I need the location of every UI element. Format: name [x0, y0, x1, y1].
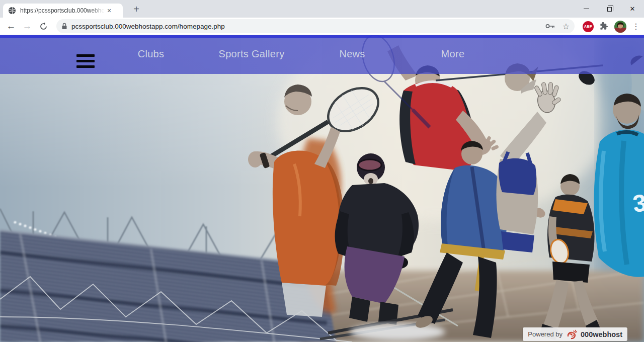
nav-item-sports-gallery[interactable]: Sports Gallery	[219, 48, 285, 60]
window-close-button[interactable]: ✕	[621, 0, 644, 18]
hamburger-menu-button[interactable]	[76, 54, 95, 68]
browser-tab[interactable]: https://pcssportsclub.000webhos ✕	[3, 4, 123, 18]
restore-icon	[607, 7, 612, 12]
window-minimize-button[interactable]	[575, 0, 598, 18]
browser-toolbar: ← → pcssportsclub.000webhostapp.com/home…	[0, 18, 644, 35]
new-tab-button[interactable]: +	[130, 3, 143, 16]
profile-avatar[interactable]	[614, 21, 626, 33]
url-text: pcssportsclub.000webhostapp.com/homepage…	[71, 23, 545, 30]
nav-item-news[interactable]: News	[339, 48, 365, 60]
nav-item-more[interactable]: More	[441, 48, 465, 60]
hamburger-bar	[76, 54, 95, 57]
back-button[interactable]: ←	[3, 19, 19, 34]
reload-icon	[39, 22, 48, 31]
menu-kebab-icon[interactable]: ⋮	[632, 22, 640, 31]
minimize-icon	[584, 9, 589, 9]
browser-window: https://pcssportsclub.000webhos ✕ + ✕ ← …	[0, 0, 644, 342]
powered-by-text: Powered by	[528, 330, 562, 338]
webhost-brand-text: 000webhost	[581, 330, 622, 338]
globe-favicon-icon	[8, 7, 16, 15]
site-viewport: 3 Clubs Sports Gallery News More Powered…	[0, 35, 644, 342]
forward-button[interactable]: →	[19, 19, 35, 34]
site-header: Clubs Sports Gallery News More	[0, 35, 644, 74]
address-bar[interactable]: pcssportsclub.000webhostapp.com/homepage…	[56, 19, 575, 33]
extensions-puzzle-icon[interactable]	[599, 22, 609, 31]
window-restore-button[interactable]	[598, 0, 621, 18]
powered-by-badge[interactable]: Powered by 000webhost	[523, 327, 627, 341]
avatar-photo	[614, 21, 626, 33]
hamburger-bar	[76, 60, 95, 62]
tab-close-button[interactable]: ✕	[105, 6, 114, 15]
lock-icon[interactable]	[61, 23, 67, 30]
hamburger-bar	[76, 65, 95, 68]
bookmark-star-icon[interactable]: ☆	[562, 22, 570, 31]
nav-item-clubs[interactable]: Clubs	[138, 48, 165, 60]
tab-title: https://pcssportsclub.000webhos	[20, 7, 105, 14]
extensions-area: ABP ⋮	[583, 18, 640, 35]
hero-image: 3	[0, 35, 644, 342]
abp-extension-icon[interactable]: ABP	[583, 21, 594, 32]
tab-strip: https://pcssportsclub.000webhos ✕ + ✕	[0, 0, 644, 18]
password-key-icon[interactable]	[545, 23, 555, 29]
reload-button[interactable]	[35, 19, 51, 34]
webhost-logo-icon	[566, 329, 577, 339]
window-controls: ✕	[575, 0, 644, 18]
